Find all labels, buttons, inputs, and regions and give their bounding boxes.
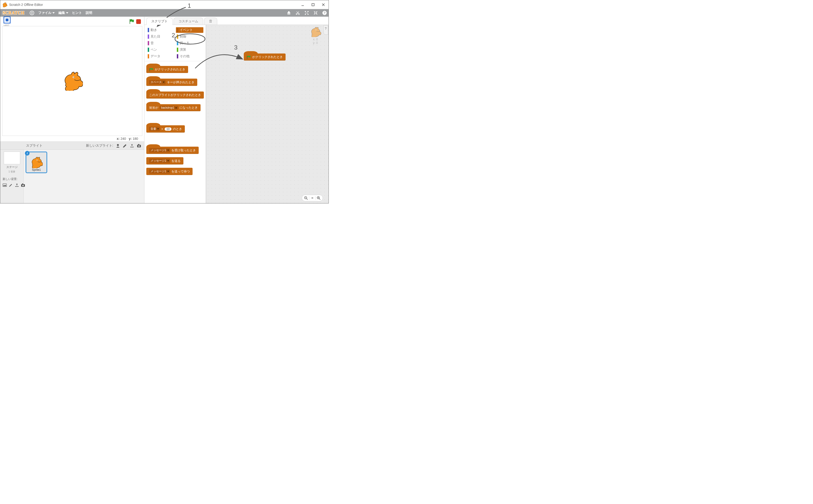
svg-rect-5 — [312, 4, 314, 6]
close-button[interactable] — [320, 1, 327, 8]
category-sound[interactable]: 音 — [147, 40, 174, 46]
fullscreen-button[interactable]: v460 — [4, 16, 11, 27]
block-when-flag-clicked[interactable]: がクリックされたとき — [146, 66, 188, 73]
sprite-thumbnail[interactable]: i Sprite1 — [26, 152, 47, 173]
zoom-controls: = — [302, 195, 323, 201]
dropdown-sensor[interactable]: 音量 — [149, 127, 160, 131]
camera-sprite-icon[interactable] — [137, 143, 141, 148]
svg-rect-8 — [288, 14, 290, 15]
stamp-icon[interactable] — [286, 10, 292, 15]
sprites-header-label: スプライト — [26, 144, 42, 148]
sprite-corner-thumb — [309, 27, 322, 37]
stage-coords: x: 240 y: 180 — [2, 136, 142, 141]
swatch-icon — [148, 54, 149, 58]
minimize-button[interactable] — [300, 1, 306, 8]
svg-line-25 — [319, 199, 320, 200]
chevron-down-icon — [66, 12, 68, 14]
category-motion[interactable]: 動き — [147, 27, 174, 33]
block-when-backdrop-switches[interactable]: 背景が backdrop1 になったとき — [146, 104, 200, 111]
block-broadcast-wait[interactable]: メッセージ1 を送って待つ — [146, 168, 192, 175]
menu-about[interactable]: 説明 — [86, 11, 92, 15]
block-when-receive[interactable]: メッセージ1 を受け取ったとき — [146, 147, 199, 154]
sprite-info-button[interactable]: i — [25, 151, 30, 156]
dropdown-key[interactable]: スペース — [149, 80, 165, 84]
dropdown-message[interactable]: メッセージ1 — [149, 148, 170, 153]
block-when-key-pressed[interactable]: スペース キーが押されたとき — [146, 79, 197, 86]
swatch-icon — [177, 34, 178, 39]
swatch-icon — [148, 28, 149, 32]
tab-scripts[interactable]: スクリプト — [146, 18, 172, 25]
swatch-icon — [177, 48, 178, 52]
upload-backdrop-icon[interactable] — [15, 183, 19, 187]
svg-rect-15 — [138, 144, 139, 145]
category-events[interactable]: イベント — [176, 27, 204, 33]
divider — [309, 196, 309, 200]
divider — [315, 196, 316, 200]
shrink-icon[interactable] — [313, 10, 318, 15]
new-sprite-label: 新しいスプライト: — [86, 144, 113, 148]
globe-icon[interactable] — [29, 10, 34, 15]
menu-hints[interactable]: ヒント — [72, 11, 82, 15]
svg-text:?: ? — [324, 11, 326, 15]
category-sensing[interactable]: 調べる — [176, 40, 204, 46]
tab-costumes[interactable]: コスチューム — [173, 18, 203, 25]
swatch-icon — [177, 41, 178, 45]
sprite-on-stage[interactable] — [62, 71, 83, 91]
menu-file[interactable]: ファイル — [38, 11, 55, 15]
zoom-out-button[interactable] — [303, 195, 309, 201]
choose-backdrop-icon[interactable] — [3, 183, 7, 187]
svg-point-16 — [138, 145, 140, 147]
dropdown-message[interactable]: メッセージ1 — [149, 159, 170, 163]
category-looks[interactable]: 見た目 — [147, 34, 174, 39]
swatch-icon — [148, 34, 149, 39]
paint-sprite-icon[interactable] — [122, 143, 127, 148]
scratch-cat-icon — [2, 2, 7, 7]
tab-sounds[interactable]: 音 — [204, 18, 217, 25]
window-titlebar: Scratch 2 Offline Editor — [0, 0, 329, 9]
stage-canvas[interactable] — [2, 26, 142, 136]
dropdown-message[interactable]: メッセージ1 — [149, 169, 170, 174]
green-flag-button[interactable] — [129, 19, 134, 24]
sprite-name-label: Sprite1 — [32, 168, 41, 172]
stage-thumbnail[interactable] — [4, 152, 20, 164]
menu-bar: SCRATCH ファイル 編集 ヒント 説明 ? — [0, 9, 329, 17]
block-broadcast[interactable]: メッセージ1 を送る — [146, 157, 183, 164]
svg-rect-19 — [22, 183, 23, 184]
swatch-icon — [148, 41, 149, 45]
block-when-loudness-gt[interactable]: 音量 > 10 のとき — [146, 125, 185, 133]
editor-tabs: スクリプト コスチューム 音 — [144, 17, 329, 25]
category-pen[interactable]: ペン — [147, 47, 174, 53]
block-categories: 動き イベント 見た目 制御 音 調べる ペン 演算 データ その他 — [144, 25, 206, 61]
new-backdrop-label: 新しい背景: — [2, 177, 17, 181]
stage-thumb-sub: 1 背景 — [8, 170, 15, 173]
dropdown-backdrop[interactable]: backdrop1 — [160, 106, 178, 110]
category-operators[interactable]: 演算 — [176, 47, 204, 53]
help-tab[interactable]: ? — [323, 25, 328, 35]
scissors-icon[interactable] — [295, 10, 300, 15]
number-input[interactable]: 10 — [164, 127, 171, 131]
menu-edit[interactable]: 編集 — [58, 11, 68, 15]
maximize-button[interactable] — [310, 1, 316, 8]
script-block-when-flag-clicked[interactable]: がクリックされたとき — [244, 53, 286, 61]
scripts-canvas[interactable]: ? x: 0 y: 0 がクリックされたとき — [206, 25, 329, 203]
grow-icon[interactable] — [304, 10, 309, 15]
category-control[interactable]: 制御 — [176, 34, 204, 39]
choose-sprite-icon[interactable] — [115, 143, 120, 148]
zoom-in-button[interactable] — [316, 195, 321, 201]
paint-backdrop-icon[interactable] — [9, 183, 13, 187]
scratch-logo[interactable]: SCRATCH — [2, 11, 26, 15]
blocks-palette-list: がクリックされたとき スペース キーが押されたとき このスプライトがクリックされ… — [144, 61, 206, 203]
fullscreen-icon — [4, 16, 11, 23]
svg-point-13 — [117, 144, 119, 146]
help-icon[interactable]: ? — [322, 10, 327, 15]
zoom-reset-button[interactable]: = — [310, 195, 315, 201]
stop-button[interactable] — [136, 19, 141, 24]
green-flag-icon — [247, 55, 251, 59]
sprite-info-corner: x: 0 y: 0 — [309, 27, 322, 45]
block-when-sprite-clicked[interactable]: このスプライトがクリックされたとき — [146, 92, 204, 99]
swatch-icon — [177, 54, 178, 58]
category-data[interactable]: データ — [147, 53, 174, 59]
upload-sprite-icon[interactable] — [130, 143, 134, 148]
category-more[interactable]: その他 — [176, 53, 204, 59]
stage-thumb-label: ステージ — [6, 165, 18, 169]
